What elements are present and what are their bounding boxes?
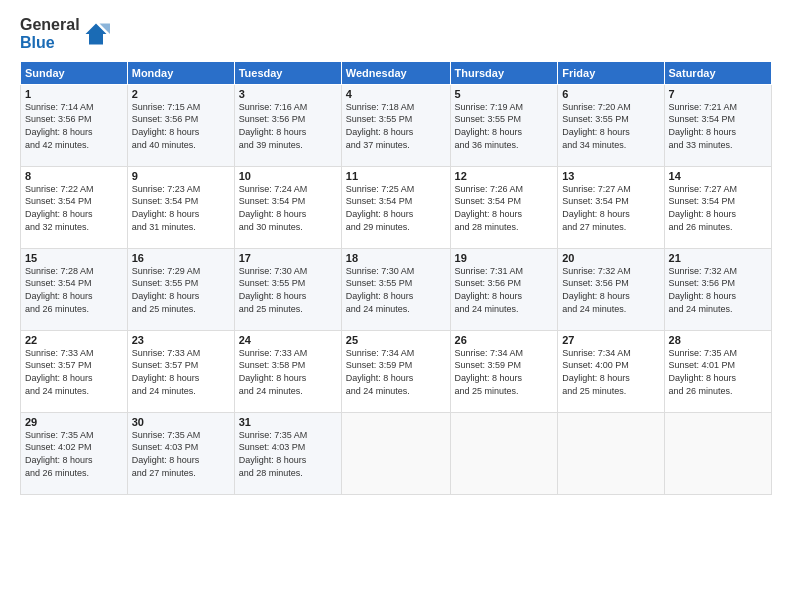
day-info: Sunrise: 7:27 AMSunset: 3:54 PMDaylight:… <box>669 183 767 233</box>
calendar-cell <box>450 412 558 494</box>
calendar-cell: 22Sunrise: 7:33 AMSunset: 3:57 PMDayligh… <box>21 330 128 412</box>
calendar-cell: 31Sunrise: 7:35 AMSunset: 4:03 PMDayligh… <box>234 412 341 494</box>
day-number: 2 <box>132 88 230 100</box>
day-number: 7 <box>669 88 767 100</box>
calendar-cell: 11Sunrise: 7:25 AMSunset: 3:54 PMDayligh… <box>341 166 450 248</box>
calendar-header-row: SundayMondayTuesdayWednesdayThursdayFrid… <box>21 61 772 84</box>
day-number: 10 <box>239 170 337 182</box>
day-number: 14 <box>669 170 767 182</box>
day-number: 23 <box>132 334 230 346</box>
day-number: 5 <box>455 88 554 100</box>
day-number: 30 <box>132 416 230 428</box>
day-info: Sunrise: 7:24 AMSunset: 3:54 PMDaylight:… <box>239 183 337 233</box>
calendar-page: General Blue SundayMondayTuesdayWednesda… <box>0 0 792 612</box>
day-number: 22 <box>25 334 123 346</box>
day-number: 20 <box>562 252 659 264</box>
calendar-cell: 6Sunrise: 7:20 AMSunset: 3:55 PMDaylight… <box>558 84 664 166</box>
day-number: 31 <box>239 416 337 428</box>
day-header-saturday: Saturday <box>664 61 771 84</box>
calendar-cell: 1Sunrise: 7:14 AMSunset: 3:56 PMDaylight… <box>21 84 128 166</box>
day-info: Sunrise: 7:19 AMSunset: 3:55 PMDaylight:… <box>455 101 554 151</box>
day-header-friday: Friday <box>558 61 664 84</box>
calendar-week-row: 22Sunrise: 7:33 AMSunset: 3:57 PMDayligh… <box>21 330 772 412</box>
day-number: 15 <box>25 252 123 264</box>
calendar-cell: 14Sunrise: 7:27 AMSunset: 3:54 PMDayligh… <box>664 166 771 248</box>
day-info: Sunrise: 7:33 AMSunset: 3:58 PMDaylight:… <box>239 347 337 397</box>
calendar-cell: 2Sunrise: 7:15 AMSunset: 3:56 PMDaylight… <box>127 84 234 166</box>
day-info: Sunrise: 7:34 AMSunset: 3:59 PMDaylight:… <box>455 347 554 397</box>
calendar-cell: 9Sunrise: 7:23 AMSunset: 3:54 PMDaylight… <box>127 166 234 248</box>
day-number: 28 <box>669 334 767 346</box>
calendar-week-row: 15Sunrise: 7:28 AMSunset: 3:54 PMDayligh… <box>21 248 772 330</box>
day-info: Sunrise: 7:23 AMSunset: 3:54 PMDaylight:… <box>132 183 230 233</box>
day-info: Sunrise: 7:31 AMSunset: 3:56 PMDaylight:… <box>455 265 554 315</box>
day-number: 21 <box>669 252 767 264</box>
day-info: Sunrise: 7:35 AMSunset: 4:02 PMDaylight:… <box>25 429 123 479</box>
calendar-cell: 16Sunrise: 7:29 AMSunset: 3:55 PMDayligh… <box>127 248 234 330</box>
day-info: Sunrise: 7:27 AMSunset: 3:54 PMDaylight:… <box>562 183 659 233</box>
day-info: Sunrise: 7:30 AMSunset: 3:55 PMDaylight:… <box>239 265 337 315</box>
day-number: 27 <box>562 334 659 346</box>
calendar-cell: 10Sunrise: 7:24 AMSunset: 3:54 PMDayligh… <box>234 166 341 248</box>
day-info: Sunrise: 7:32 AMSunset: 3:56 PMDaylight:… <box>562 265 659 315</box>
calendar-cell: 12Sunrise: 7:26 AMSunset: 3:54 PMDayligh… <box>450 166 558 248</box>
calendar-week-row: 29Sunrise: 7:35 AMSunset: 4:02 PMDayligh… <box>21 412 772 494</box>
day-info: Sunrise: 7:34 AMSunset: 3:59 PMDaylight:… <box>346 347 446 397</box>
day-info: Sunrise: 7:22 AMSunset: 3:54 PMDaylight:… <box>25 183 123 233</box>
day-number: 16 <box>132 252 230 264</box>
calendar-week-row: 8Sunrise: 7:22 AMSunset: 3:54 PMDaylight… <box>21 166 772 248</box>
calendar-cell: 30Sunrise: 7:35 AMSunset: 4:03 PMDayligh… <box>127 412 234 494</box>
day-info: Sunrise: 7:26 AMSunset: 3:54 PMDaylight:… <box>455 183 554 233</box>
calendar-cell: 5Sunrise: 7:19 AMSunset: 3:55 PMDaylight… <box>450 84 558 166</box>
day-number: 25 <box>346 334 446 346</box>
calendar-cell: 4Sunrise: 7:18 AMSunset: 3:55 PMDaylight… <box>341 84 450 166</box>
day-number: 19 <box>455 252 554 264</box>
day-number: 1 <box>25 88 123 100</box>
day-info: Sunrise: 7:21 AMSunset: 3:54 PMDaylight:… <box>669 101 767 151</box>
day-info: Sunrise: 7:35 AMSunset: 4:01 PMDaylight:… <box>669 347 767 397</box>
day-header-tuesday: Tuesday <box>234 61 341 84</box>
calendar-cell: 17Sunrise: 7:30 AMSunset: 3:55 PMDayligh… <box>234 248 341 330</box>
logo-icon <box>82 20 110 48</box>
calendar-cell: 24Sunrise: 7:33 AMSunset: 3:58 PMDayligh… <box>234 330 341 412</box>
day-info: Sunrise: 7:18 AMSunset: 3:55 PMDaylight:… <box>346 101 446 151</box>
calendar-cell: 21Sunrise: 7:32 AMSunset: 3:56 PMDayligh… <box>664 248 771 330</box>
logo: General Blue <box>20 16 110 53</box>
calendar-cell: 23Sunrise: 7:33 AMSunset: 3:57 PMDayligh… <box>127 330 234 412</box>
calendar-cell: 8Sunrise: 7:22 AMSunset: 3:54 PMDaylight… <box>21 166 128 248</box>
calendar-cell <box>558 412 664 494</box>
day-number: 13 <box>562 170 659 182</box>
day-header-wednesday: Wednesday <box>341 61 450 84</box>
calendar-cell: 25Sunrise: 7:34 AMSunset: 3:59 PMDayligh… <box>341 330 450 412</box>
day-info: Sunrise: 7:32 AMSunset: 3:56 PMDaylight:… <box>669 265 767 315</box>
day-info: Sunrise: 7:34 AMSunset: 4:00 PMDaylight:… <box>562 347 659 397</box>
day-info: Sunrise: 7:29 AMSunset: 3:55 PMDaylight:… <box>132 265 230 315</box>
header: General Blue <box>20 16 772 53</box>
calendar-cell: 19Sunrise: 7:31 AMSunset: 3:56 PMDayligh… <box>450 248 558 330</box>
day-info: Sunrise: 7:14 AMSunset: 3:56 PMDaylight:… <box>25 101 123 151</box>
day-number: 9 <box>132 170 230 182</box>
calendar-cell: 26Sunrise: 7:34 AMSunset: 3:59 PMDayligh… <box>450 330 558 412</box>
day-number: 8 <box>25 170 123 182</box>
day-info: Sunrise: 7:30 AMSunset: 3:55 PMDaylight:… <box>346 265 446 315</box>
day-info: Sunrise: 7:33 AMSunset: 3:57 PMDaylight:… <box>132 347 230 397</box>
day-number: 12 <box>455 170 554 182</box>
day-info: Sunrise: 7:15 AMSunset: 3:56 PMDaylight:… <box>132 101 230 151</box>
day-info: Sunrise: 7:20 AMSunset: 3:55 PMDaylight:… <box>562 101 659 151</box>
day-number: 26 <box>455 334 554 346</box>
calendar-cell: 18Sunrise: 7:30 AMSunset: 3:55 PMDayligh… <box>341 248 450 330</box>
day-info: Sunrise: 7:35 AMSunset: 4:03 PMDaylight:… <box>239 429 337 479</box>
calendar-cell: 7Sunrise: 7:21 AMSunset: 3:54 PMDaylight… <box>664 84 771 166</box>
day-info: Sunrise: 7:28 AMSunset: 3:54 PMDaylight:… <box>25 265 123 315</box>
calendar-cell: 3Sunrise: 7:16 AMSunset: 3:56 PMDaylight… <box>234 84 341 166</box>
calendar-cell: 13Sunrise: 7:27 AMSunset: 3:54 PMDayligh… <box>558 166 664 248</box>
calendar-cell: 28Sunrise: 7:35 AMSunset: 4:01 PMDayligh… <box>664 330 771 412</box>
calendar-cell <box>664 412 771 494</box>
day-number: 4 <box>346 88 446 100</box>
calendar-cell: 20Sunrise: 7:32 AMSunset: 3:56 PMDayligh… <box>558 248 664 330</box>
calendar-table: SundayMondayTuesdayWednesdayThursdayFrid… <box>20 61 772 495</box>
calendar-body: 1Sunrise: 7:14 AMSunset: 3:56 PMDaylight… <box>21 84 772 494</box>
day-header-thursday: Thursday <box>450 61 558 84</box>
calendar-week-row: 1Sunrise: 7:14 AMSunset: 3:56 PMDaylight… <box>21 84 772 166</box>
calendar-cell: 27Sunrise: 7:34 AMSunset: 4:00 PMDayligh… <box>558 330 664 412</box>
